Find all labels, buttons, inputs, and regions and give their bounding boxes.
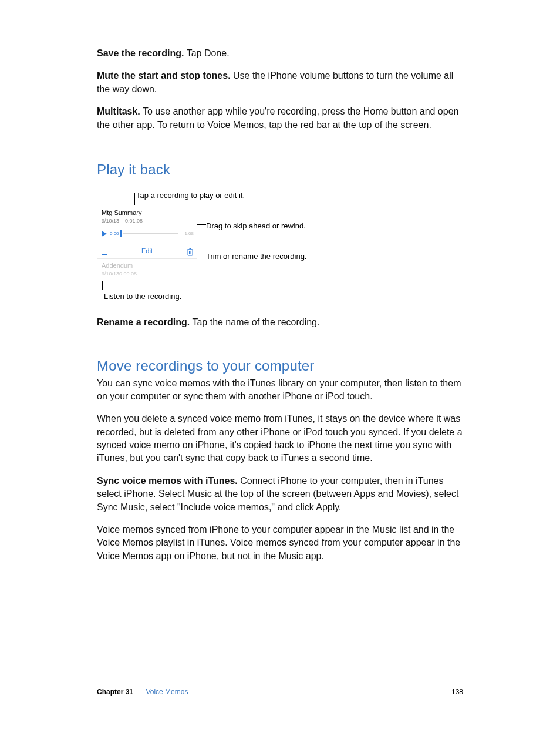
edit-toolbar: Edit xyxy=(97,244,197,259)
footer-chapter: Chapter 31 Voice Memos xyxy=(97,687,188,697)
body-paragraph: Rename a recording. Tap the name of the … xyxy=(97,316,463,329)
text-run: Tap the name of the recording. xyxy=(190,317,319,327)
text-run: Tap Done. xyxy=(184,48,230,58)
memo-title: Mtg Summary xyxy=(102,209,193,217)
playback-figure: Tap a recording to play or edit it. Drag… xyxy=(97,190,463,302)
memo-meta: 9/10/130:00:08 xyxy=(102,270,193,278)
memo-row[interactable]: Addendum 9/10/130:00:08 xyxy=(97,259,197,278)
elapsed-time: 0:00 xyxy=(110,230,119,237)
bold-run: Sync voice memos with iTunes. xyxy=(97,476,238,486)
callout-tap-recording: Tap a recording to play or edit it. xyxy=(136,190,245,201)
callout-drag-scrubber: Drag to skip ahead or rewind. xyxy=(206,221,306,231)
body-paragraph: When you delete a synced voice memo from… xyxy=(97,412,463,465)
page-number: 138 xyxy=(451,687,463,697)
callout-trim-rename: Trim or rename the recording. xyxy=(206,251,306,262)
callout-leader-line xyxy=(197,255,205,255)
memo-meta: 9/10/130:01:08 xyxy=(102,217,193,225)
callout-leader-line xyxy=(134,193,135,205)
body-paragraph: Voice memos synced from iPhone to your c… xyxy=(97,523,463,563)
memo-title: Addendum xyxy=(102,261,193,270)
scrubber-track[interactable] xyxy=(123,233,178,234)
trash-icon[interactable] xyxy=(187,248,193,255)
voice-memos-list-panel: Mtg Summary 9/10/130:01:08 0:00 -1:08 Ed… xyxy=(97,205,197,281)
page-footer: Chapter 31 Voice Memos 138 xyxy=(97,687,463,697)
edit-button[interactable]: Edit xyxy=(141,247,153,255)
chapter-number: Chapter 31 xyxy=(97,688,133,696)
bold-run: Multitask. xyxy=(97,106,140,116)
chapter-title: Voice Memos xyxy=(146,688,188,696)
body-paragraph: Save the recording. Tap Done. xyxy=(97,47,463,60)
section-heading-play-it-back: Play it back xyxy=(97,160,463,180)
play-icon[interactable] xyxy=(102,231,107,237)
remaining-time: -1:08 xyxy=(183,230,194,237)
callout-listen: Listen to the recording. xyxy=(104,291,181,302)
playback-scrubber-row: 0:00 -1:08 xyxy=(97,230,197,244)
body-paragraph: Mute the start and stop tones. Use the i… xyxy=(97,69,463,96)
section-heading-move-recordings: Move recordings to your computer xyxy=(97,356,463,376)
bold-run: Mute the start and stop tones. xyxy=(97,70,231,80)
memo-row-selected[interactable]: Mtg Summary 9/10/130:01:08 xyxy=(97,205,197,225)
bold-run: Save the recording. xyxy=(97,48,184,58)
bold-run: Rename a recording. xyxy=(97,317,190,327)
body-paragraph: You can sync voice memos with the iTunes… xyxy=(97,377,463,404)
text-run: To use another app while you're recordin… xyxy=(97,106,458,129)
trim-icon[interactable] xyxy=(102,248,107,255)
body-paragraph: Multitask. To use another app while you'… xyxy=(97,105,463,132)
callout-leader-line xyxy=(197,224,206,225)
body-paragraph: Sync voice memos with iTunes. Connect iP… xyxy=(97,475,463,514)
scrubber-playhead[interactable] xyxy=(120,230,122,237)
